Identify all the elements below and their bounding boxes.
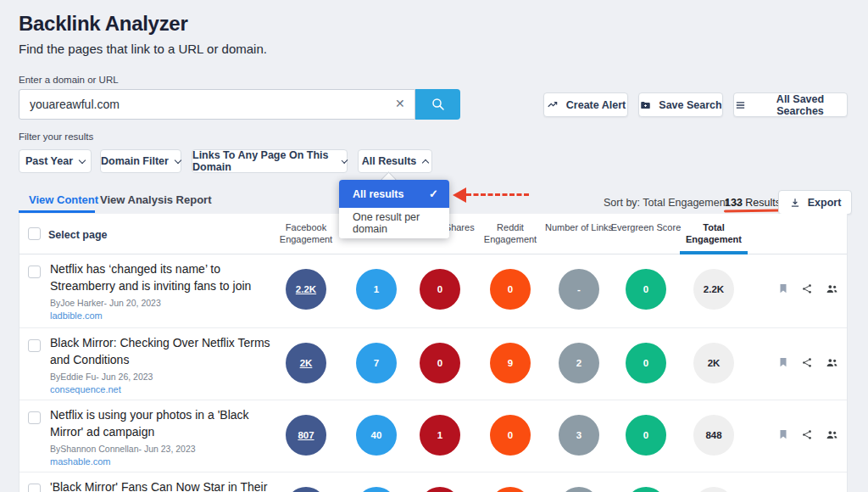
table-row: Netflix has ‘changed its name’ to Stream…: [19, 254, 847, 327]
filter-chip-links-scope[interactable]: Links To Any Page On This Domain: [192, 149, 348, 173]
create-alert-button[interactable]: Create Alert: [543, 92, 628, 117]
all-saved-searches-label: All Saved Searches: [754, 93, 847, 117]
metric-facebook-engagement[interactable]: [286, 487, 326, 492]
users-icon[interactable]: [825, 428, 839, 441]
metric-pinterest-shares: 0: [420, 269, 460, 310]
search-bar: ✕: [19, 89, 460, 120]
metric-reddit-engagement: [490, 487, 531, 492]
filter-chip-domain-filter[interactable]: Domain Filter: [100, 149, 181, 173]
share-icon[interactable]: [801, 428, 813, 441]
annotation-arrow-tail: [466, 193, 529, 196]
column-header-number-of-links[interactable]: Number of Links: [541, 221, 617, 233]
results-count-word: Results: [743, 197, 781, 209]
filter-chip-label: Domain Filter: [101, 155, 169, 167]
tab-view-content[interactable]: View Content: [29, 193, 98, 206]
dropdown-option-label: One result per domain: [353, 211, 436, 235]
search-icon: [431, 97, 446, 112]
results-count-annotation-underline: [724, 209, 780, 212]
metric-twitter-shares: [356, 487, 397, 492]
bookmark-icon[interactable]: [777, 355, 789, 369]
all-saved-searches-button[interactable]: All Saved Searches: [733, 92, 848, 117]
row-checkbox[interactable]: [28, 411, 41, 424]
metric-evergreen-score: 0: [626, 415, 666, 456]
metric-evergreen-score: 0: [626, 269, 666, 310]
share-icon[interactable]: [801, 282, 813, 295]
metric-pinterest-shares: 0: [420, 343, 460, 383]
metric-number-of-links: -: [559, 269, 599, 310]
metric-pinterest-shares: 1: [420, 415, 460, 456]
filter-chip-past-year[interactable]: Past Year: [19, 149, 92, 173]
article-domain-link[interactable]: mashable.com: [50, 456, 111, 467]
column-header-evergreen-score[interactable]: Evergreen Score: [608, 221, 684, 233]
dropdown-option-one-per-domain[interactable]: One result per domain: [339, 208, 449, 238]
save-search-label: Save Search: [659, 99, 721, 111]
users-icon[interactable]: [825, 282, 839, 295]
metric-facebook-engagement[interactable]: 2K: [286, 343, 326, 383]
article-title[interactable]: Black Mirror: Checking Over Netflix Term…: [50, 334, 282, 368]
article-title[interactable]: Netflix has ‘changed its name’ to Stream…: [50, 260, 282, 294]
create-alert-label: Create Alert: [566, 99, 626, 111]
filters-label: Filter your results: [19, 131, 93, 142]
share-icon[interactable]: [801, 356, 813, 369]
filter-chip-label: Past Year: [25, 155, 73, 167]
tab-view-analysis-report[interactable]: View Analysis Report: [100, 193, 212, 206]
chevron-up-icon: [422, 159, 429, 165]
export-label: Export: [808, 197, 842, 209]
metric-facebook-engagement[interactable]: 2.2K: [286, 269, 326, 310]
row-checkbox[interactable]: [28, 484, 41, 492]
metric-number-of-links: 2: [559, 343, 599, 383]
search-input[interactable]: [19, 89, 415, 120]
row-actions: [777, 428, 839, 441]
filter-chip-label: Links To Any Page On This Domain: [192, 149, 336, 173]
article-title[interactable]: Netflix is using your photos in a 'Black…: [50, 406, 282, 440]
dropdown-option-all-results[interactable]: All results ✓: [339, 180, 449, 208]
filter-chip-label: All Results: [362, 155, 417, 167]
export-button[interactable]: Export: [778, 190, 852, 215]
folder-plus-icon: [639, 99, 652, 111]
metric-pinterest-shares: [420, 487, 460, 492]
table-row: Netflix is using your photos in a 'Black…: [19, 400, 847, 472]
select-page-checkbox[interactable]: [28, 227, 41, 240]
trend-arrow-icon: [546, 99, 559, 111]
column-header-reddit-engagement[interactable]: Reddit Engagement: [472, 221, 548, 245]
metric-twitter-shares: 40: [356, 415, 397, 456]
column-header-total-engagement[interactable]: Total Engagement: [676, 221, 752, 245]
metric-twitter-shares: 1: [356, 269, 397, 310]
sort-by-dropdown[interactable]: Sort by: Total Engagement: [604, 197, 740, 209]
metric-total-engagement: 2.2K: [693, 269, 734, 310]
bookmark-icon[interactable]: [777, 282, 789, 295]
results-count: 133 Results: [725, 197, 781, 209]
list-icon: [734, 99, 747, 111]
bookmark-icon[interactable]: [777, 428, 789, 441]
metric-reddit-engagement: 9: [490, 343, 531, 383]
article-domain-link[interactable]: consequence.net: [50, 384, 121, 394]
article-domain-link[interactable]: ladbible.com: [50, 310, 103, 321]
column-header-facebook-engagement[interactable]: Facebook Engagement: [268, 221, 344, 245]
metric-total-engagement: [693, 487, 734, 492]
results-table: Select page Facebook EngagementTwitter S…: [19, 214, 848, 492]
results-count-number: 133: [725, 197, 743, 209]
all-results-dropdown-menu: All results ✓ One result per domain: [339, 180, 449, 238]
metric-number-of-links: [559, 487, 599, 492]
metric-total-engagement: 848: [693, 415, 734, 456]
metric-evergreen-score: 0: [626, 343, 666, 383]
chevron-down-icon: [79, 156, 86, 163]
article-byline: ByEddie Fu- Jun 26, 2023: [50, 372, 153, 382]
clear-input-icon[interactable]: ✕: [395, 97, 405, 110]
download-icon: [789, 197, 801, 209]
search-button[interactable]: [415, 89, 460, 120]
page-subtitle: Find the pages that link to a URL or dom…: [19, 42, 267, 56]
users-icon[interactable]: [825, 356, 839, 369]
table-row: 'Black Mirror' Fans Can Now Star in Thei…: [19, 472, 847, 492]
metric-facebook-engagement[interactable]: 807: [286, 415, 326, 456]
article-title[interactable]: 'Black Mirror' Fans Can Now Star in Thei…: [50, 478, 282, 492]
metric-twitter-shares: 7: [356, 343, 397, 383]
article-byline: ByShannon Connellan- Jun 23, 2023: [50, 444, 196, 454]
row-checkbox[interactable]: [28, 266, 41, 278]
row-checkbox[interactable]: [28, 339, 41, 352]
metric-evergreen-score: [626, 487, 666, 492]
select-page-label: Select page: [48, 229, 107, 241]
filter-chip-all-results[interactable]: All Results: [358, 149, 432, 173]
save-search-button[interactable]: Save Search: [638, 92, 723, 117]
table-row: Black Mirror: Checking Over Netflix Term…: [19, 327, 847, 400]
